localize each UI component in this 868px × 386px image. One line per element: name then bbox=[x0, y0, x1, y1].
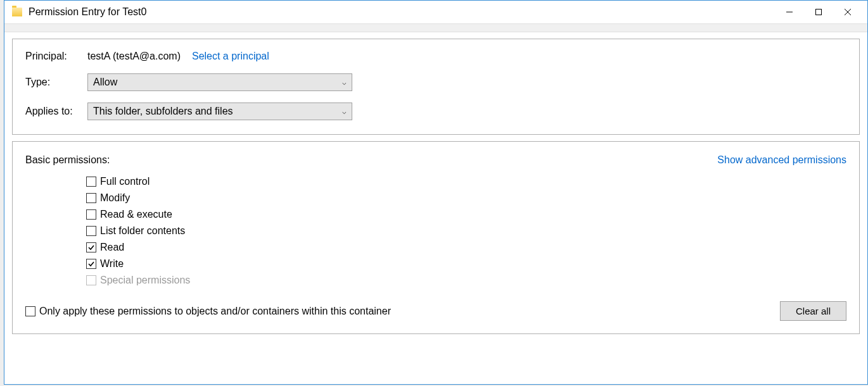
permission-label: Modify bbox=[100, 192, 130, 204]
minimize-icon bbox=[786, 8, 793, 16]
content-area: Principal: testA (testA@a.com) Select a … bbox=[4, 39, 867, 334]
chevron-down-icon: ⌵ bbox=[342, 78, 347, 87]
minimize-button[interactable] bbox=[775, 3, 804, 22]
permission-entry-window: Permission Entry for Test0 Principal: te… bbox=[4, 0, 868, 385]
chevron-down-icon: ⌵ bbox=[342, 108, 347, 116]
type-row: Type: Allow ⌵ bbox=[25, 73, 846, 91]
principal-label: Principal: bbox=[25, 51, 87, 62]
permission-item: Modify bbox=[86, 192, 846, 204]
permission-item: Write bbox=[86, 258, 846, 270]
permission-item: Special permissions bbox=[86, 275, 846, 286]
applies-to-select[interactable]: This folder, subfolders and files ⌵ bbox=[87, 103, 352, 120]
only-apply-row: Only apply these permissions to objects … bbox=[25, 306, 391, 317]
permission-item: Read & execute bbox=[86, 209, 846, 220]
close-icon bbox=[844, 8, 852, 16]
permission-label: Full control bbox=[100, 176, 150, 187]
permission-checkbox bbox=[86, 275, 96, 285]
type-select[interactable]: Allow ⌵ bbox=[87, 73, 352, 91]
only-apply-label: Only apply these permissions to objects … bbox=[39, 306, 391, 317]
principal-panel: Principal: testA (testA@a.com) Select a … bbox=[12, 39, 860, 135]
show-advanced-link[interactable]: Show advanced permissions bbox=[717, 154, 846, 166]
permissions-panel: Basic permissions: Show advanced permiss… bbox=[12, 141, 860, 334]
permission-label: Write bbox=[100, 258, 124, 270]
select-principal-link[interactable]: Select a principal bbox=[192, 51, 269, 62]
header-strip bbox=[4, 23, 867, 32]
svg-rect-1 bbox=[816, 9, 822, 15]
permissions-list: Full controlModifyRead & executeList fol… bbox=[86, 176, 846, 286]
permission-label: Read bbox=[100, 242, 124, 253]
permission-checkbox[interactable] bbox=[86, 226, 96, 236]
permission-checkbox[interactable] bbox=[86, 259, 96, 269]
maximize-button[interactable] bbox=[804, 3, 833, 22]
type-label: Type: bbox=[25, 77, 87, 88]
basic-permissions-title: Basic permissions: bbox=[25, 154, 110, 166]
applies-to-select-value: This folder, subfolders and files bbox=[93, 106, 233, 117]
close-button[interactable] bbox=[833, 3, 862, 22]
permission-label: Special permissions bbox=[100, 275, 190, 286]
titlebar: Permission Entry for Test0 bbox=[4, 1, 867, 23]
permission-checkbox[interactable] bbox=[86, 242, 96, 252]
maximize-icon bbox=[815, 8, 822, 16]
applies-to-label: Applies to: bbox=[25, 106, 87, 117]
permission-item: Read bbox=[86, 242, 846, 253]
clear-all-button[interactable]: Clear all bbox=[780, 301, 846, 321]
permission-item: List folder contents bbox=[86, 225, 846, 237]
principal-value: testA (testA@a.com) bbox=[87, 51, 181, 62]
permission-label: List folder contents bbox=[100, 225, 185, 237]
window-controls bbox=[775, 3, 862, 22]
permission-checkbox[interactable] bbox=[86, 209, 96, 220]
permissions-bottom-row: Only apply these permissions to objects … bbox=[25, 301, 846, 321]
principal-row: Principal: testA (testA@a.com) Select a … bbox=[25, 51, 846, 62]
applies-to-row: Applies to: This folder, subfolders and … bbox=[25, 103, 846, 120]
only-apply-checkbox[interactable] bbox=[25, 306, 35, 316]
permission-checkbox[interactable] bbox=[86, 177, 96, 187]
permission-checkbox[interactable] bbox=[86, 193, 96, 203]
folder-icon bbox=[12, 8, 22, 16]
type-select-value: Allow bbox=[93, 77, 117, 88]
permissions-header: Basic permissions: Show advanced permiss… bbox=[25, 154, 846, 166]
window-title: Permission Entry for Test0 bbox=[29, 6, 775, 18]
permission-item: Full control bbox=[86, 176, 846, 187]
permission-label: Read & execute bbox=[100, 209, 172, 220]
